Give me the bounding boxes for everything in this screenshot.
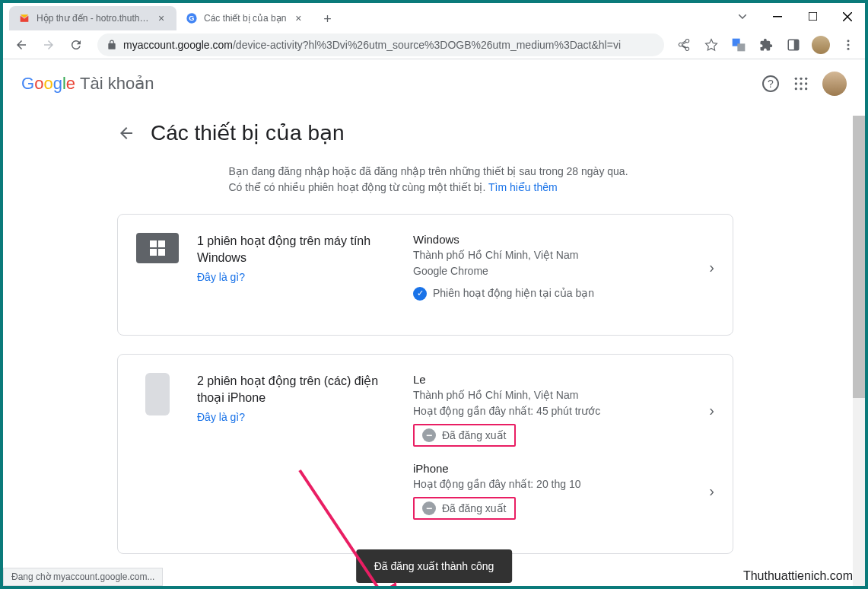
back-arrow[interactable] [117, 124, 135, 142]
svg-point-19 [795, 88, 797, 90]
minimize-button[interactable] [760, 5, 795, 29]
svg-point-15 [805, 78, 807, 80]
windows-pc-icon [136, 233, 179, 263]
svg-point-13 [795, 78, 797, 80]
svg-text:G: G [189, 14, 194, 22]
svg-point-18 [805, 82, 807, 84]
lock-icon [107, 40, 117, 50]
session-activity: Hoạt động gần đây nhất: 45 phút trước [413, 403, 714, 419]
tab-devices[interactable]: G Các thiết bị của bạn × [176, 6, 313, 30]
minus-icon: − [422, 501, 436, 515]
tab-gmail[interactable]: Hộp thư đến - hotro.thuthuattien × [9, 6, 176, 30]
svg-point-10 [847, 47, 850, 49]
signed-out-badge: − Đã đăng xuất [413, 497, 516, 520]
back-button[interactable] [9, 33, 33, 57]
toast-message: Đã đăng xuất thành công [356, 549, 513, 583]
svg-point-20 [800, 88, 802, 90]
device-card-windows: 1 phiên hoạt động trên máy tính Windows … [117, 214, 733, 336]
session-name: iPhone [413, 462, 714, 475]
chevron-right-icon[interactable]: › [709, 401, 714, 419]
tab-title: Hộp thư đến - hotro.thuthuattien [37, 13, 149, 24]
device-card-iphone: 2 phiên hoạt động trên (các) điện thoại … [117, 354, 733, 554]
close-icon[interactable]: × [292, 12, 304, 24]
maximize-button[interactable] [795, 5, 830, 29]
url-text: myaccount.google.com/device-activity?hl%… [123, 39, 621, 51]
svg-rect-7 [794, 40, 799, 50]
check-icon: ✓ [413, 287, 427, 301]
star-icon[interactable] [701, 34, 722, 56]
svg-point-17 [800, 82, 802, 84]
google-account-logo[interactable]: Google Tài khoản [21, 74, 154, 94]
close-window-button[interactable] [830, 5, 865, 29]
reload-button[interactable] [64, 33, 88, 57]
chevron-right-icon[interactable]: › [709, 259, 714, 276]
session-activity: Hoạt động gần đây nhất: 20 thg 10 [413, 476, 714, 492]
iphone-icon [145, 373, 170, 415]
help-icon[interactable]: ? [761, 75, 780, 93]
minus-icon: − [422, 428, 436, 442]
close-icon[interactable]: × [155, 12, 167, 24]
menu-icon[interactable] [838, 34, 859, 56]
what-is-this-link[interactable]: Đây là gì? [197, 271, 245, 283]
page-title: Các thiết bị của bạn [151, 120, 345, 145]
device-title: 2 phiên hoạt động trên (các) điện thoại … [197, 373, 395, 407]
session-browser: Google Chrome [413, 263, 714, 279]
extensions-icon[interactable] [755, 34, 777, 56]
device-title: 1 phiên hoạt động trên máy tính Windows [197, 233, 395, 267]
svg-rect-3 [809, 12, 817, 21]
svg-point-14 [800, 78, 802, 80]
profile-avatar[interactable] [810, 34, 831, 56]
svg-text:?: ? [768, 78, 774, 90]
address-bar[interactable]: myaccount.google.com/device-activity?hl%… [97, 33, 664, 56]
svg-point-8 [847, 40, 850, 42]
svg-point-9 [847, 43, 850, 46]
svg-point-21 [805, 88, 807, 90]
share-icon[interactable] [673, 34, 695, 56]
new-tab-button[interactable]: + [316, 9, 338, 30]
chevron-right-icon[interactable]: › [709, 482, 714, 500]
what-is-this-link[interactable]: Đây là gì? [197, 411, 245, 423]
session-name: Le [413, 373, 714, 386]
translate-icon[interactable] [728, 34, 749, 56]
current-session-badge: ✓ Phiên hoạt động hiện tại của bạn [413, 285, 714, 301]
session-location: Thành phố Hồ Chí Minh, Việt Nam [413, 387, 714, 403]
window-dropdown[interactable] [725, 5, 760, 29]
sidepanel-icon[interactable] [783, 34, 804, 56]
intro-text: Bạn đang đăng nhập hoặc đã đăng nhập trê… [115, 164, 754, 196]
svg-point-16 [795, 82, 797, 84]
status-bar: Đang chờ myaccount.google.com... [3, 568, 163, 586]
session-name: Windows [413, 233, 714, 246]
scrollbar[interactable] [853, 116, 865, 586]
google-icon: G [186, 12, 198, 24]
gmail-icon [18, 12, 30, 24]
tab-title: Các thiết bị của bạn [204, 13, 286, 24]
session-location: Thành phố Hồ Chí Minh, Việt Nam [413, 247, 714, 263]
signed-out-badge: − Đã đăng xuất [413, 424, 516, 447]
apps-icon[interactable] [792, 75, 810, 93]
account-avatar[interactable] [822, 72, 847, 96]
watermark: Thuthuattienich.com [743, 569, 853, 583]
svg-rect-2 [773, 16, 782, 18]
learn-more-link[interactable]: Tìm hiểu thêm [488, 181, 558, 193]
svg-rect-5 [737, 43, 745, 51]
forward-button[interactable] [37, 33, 61, 57]
